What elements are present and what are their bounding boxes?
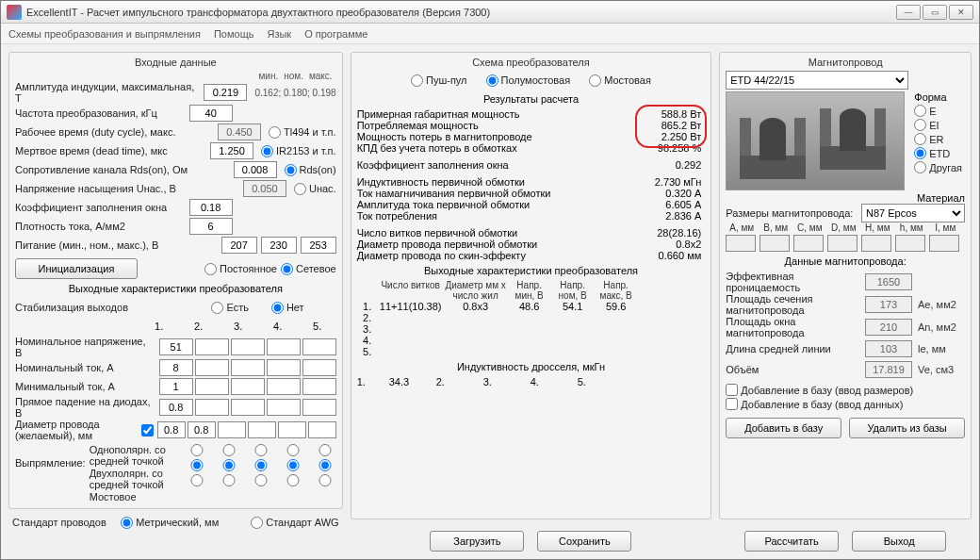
menu-about[interactable]: О программе	[304, 28, 368, 40]
wire-1[interactable]	[188, 421, 216, 438]
rect-r1c5[interactable]	[314, 444, 336, 456]
load-button[interactable]: Загрузить	[430, 531, 524, 552]
close-button[interactable]: ✕	[949, 5, 973, 20]
diode-5[interactable]	[302, 399, 336, 416]
add-db-button[interactable]: Добавить в базу	[726, 418, 841, 438]
diode-2[interactable]	[195, 399, 229, 416]
nomv-1[interactable]	[159, 338, 193, 355]
dim-d[interactable]	[827, 235, 858, 252]
rect-r3c1[interactable]	[186, 474, 208, 486]
shape-other[interactable]: Другая	[914, 161, 962, 173]
menu-schematics[interactable]: Схемы преобразования и выпрямления	[8, 28, 201, 40]
wire-4[interactable]	[278, 421, 306, 438]
menu-lang[interactable]: Язык	[267, 28, 291, 40]
rect-r3c4[interactable]	[282, 474, 304, 486]
mat-select[interactable]: N87 Epcos	[861, 204, 965, 222]
pwr-min-input[interactable]	[221, 237, 257, 254]
rds-radio[interactable]: Rds(on)	[285, 164, 336, 176]
mini-1[interactable]	[159, 378, 193, 395]
shape-e[interactable]: E	[914, 105, 962, 117]
shape-er[interactable]: ER	[914, 133, 962, 145]
dim-b[interactable]	[760, 235, 790, 252]
core-select[interactable]: ETD 44/22/15	[726, 71, 908, 90]
rect-r2c5[interactable]	[314, 459, 336, 471]
rect-r2c1[interactable]	[186, 459, 208, 471]
usat-input[interactable]	[243, 180, 286, 197]
mini-2[interactable]	[195, 378, 229, 395]
nomv-5[interactable]	[302, 338, 336, 355]
rect-r3c5[interactable]	[314, 474, 336, 486]
bridge-radio[interactable]: Мостовая	[589, 74, 651, 87]
nomv-4[interactable]	[267, 338, 301, 355]
diode-1[interactable]	[159, 399, 193, 416]
wire-2[interactable]	[218, 421, 246, 438]
dim-i[interactable]	[929, 235, 959, 252]
diode-4[interactable]	[267, 399, 301, 416]
rds-input[interactable]	[234, 161, 277, 178]
rect-r2c3[interactable]	[250, 459, 272, 471]
perm-input[interactable]	[865, 273, 912, 290]
del-db-button[interactable]: Удалить из базы	[849, 418, 965, 438]
an-input[interactable]	[865, 319, 912, 336]
le-input[interactable]	[865, 340, 912, 357]
rect-r3c2[interactable]	[218, 474, 240, 486]
minimize-button[interactable]: —	[896, 5, 921, 20]
wire-5[interactable]	[308, 421, 336, 438]
pushpull-radio[interactable]: Пуш-пул	[411, 74, 467, 87]
net-radio[interactable]: Сетевое	[281, 263, 336, 275]
wire-3[interactable]	[248, 421, 276, 438]
shape-ei[interactable]: EI	[914, 119, 962, 131]
menu-help[interactable]: Помощь	[214, 28, 254, 40]
duty-input[interactable]	[218, 124, 261, 140]
shape-etd[interactable]: ETD	[914, 147, 962, 159]
wire-chk[interactable]	[141, 424, 154, 436]
exit-button[interactable]: Выход	[852, 531, 946, 552]
rect-r1c1[interactable]	[186, 444, 208, 456]
awg-radio[interactable]: Стандарт AWG	[251, 517, 338, 529]
mini-3[interactable]	[231, 378, 265, 395]
dens-input[interactable]	[189, 218, 233, 235]
const-radio[interactable]: Постоянное	[204, 263, 277, 275]
nomv-2[interactable]	[195, 338, 229, 355]
halfbridge-radio[interactable]: Полумостовая	[486, 74, 571, 87]
nomi-5[interactable]	[302, 359, 336, 376]
ae-input[interactable]	[865, 296, 912, 313]
wire-0[interactable]	[157, 421, 186, 438]
maximize-button[interactable]: ▭	[923, 5, 947, 20]
dim-h1[interactable]	[861, 235, 891, 252]
nomi-1[interactable]	[159, 359, 193, 376]
add-dims-chk[interactable]: Добавление в базу (ввод размеров)	[726, 384, 913, 396]
metric-radio[interactable]: Метрический, мм	[121, 517, 219, 529]
dim-a[interactable]	[726, 235, 756, 252]
stab-yes-radio[interactable]: Есть	[211, 302, 248, 314]
rect-r2c2[interactable]	[218, 459, 240, 471]
nomi-2[interactable]	[195, 359, 229, 376]
ve-input[interactable]	[865, 361, 912, 378]
amp-input[interactable]	[204, 84, 247, 101]
rect-r1c3[interactable]	[250, 444, 272, 456]
save-button[interactable]: Сохранить	[537, 531, 631, 552]
nomi-4[interactable]	[267, 359, 301, 376]
calc-button[interactable]: Рассчитать	[744, 531, 839, 552]
mini-5[interactable]	[302, 378, 336, 395]
pwr-max-input[interactable]	[301, 237, 336, 254]
usat-radio[interactable]: Uнас.	[294, 183, 336, 195]
mini-4[interactable]	[267, 378, 301, 395]
rect-r2c4[interactable]	[282, 459, 304, 471]
rect-r3c3[interactable]	[250, 474, 272, 486]
diode-3[interactable]	[231, 399, 265, 416]
add-data-chk[interactable]: Добавление в базу (ввод данных)	[726, 398, 903, 410]
freq-input[interactable]	[189, 105, 233, 122]
nomi-3[interactable]	[231, 359, 265, 376]
dim-c[interactable]	[793, 235, 824, 252]
pwr-nom-input[interactable]	[261, 237, 297, 254]
nomv-3[interactable]	[231, 338, 265, 355]
stab-no-radio[interactable]: Нет	[271, 302, 304, 314]
rect-r1c2[interactable]	[218, 444, 240, 456]
dim-h2[interactable]	[895, 235, 925, 252]
tl494-radio[interactable]: Tl494 и т.п.	[269, 126, 336, 139]
fill-input[interactable]	[189, 199, 233, 216]
ir2153-radio[interactable]: IR2153 и т.п.	[261, 145, 336, 157]
dead-input[interactable]	[210, 142, 253, 159]
init-button[interactable]: Инициализация	[15, 258, 138, 279]
